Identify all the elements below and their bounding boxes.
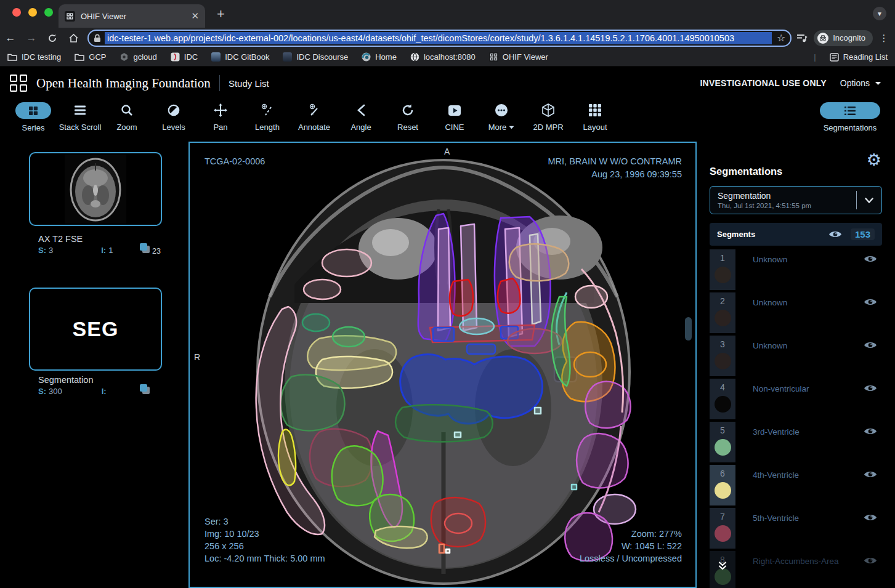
media-controls-icon[interactable] <box>796 33 808 43</box>
home-button[interactable] <box>63 33 84 43</box>
segment-color-swatch <box>715 310 731 326</box>
segment-label[interactable]: Unknown <box>753 341 787 350</box>
forward-button[interactable]: → <box>21 32 42 44</box>
segment-label[interactable]: Right-Accumbens-Area <box>753 557 839 566</box>
segment-visibility-eye-icon[interactable] <box>864 470 877 479</box>
study-list-link[interactable]: Study List <box>229 78 269 89</box>
segment-visibility-eye-icon[interactable] <box>864 513 877 522</box>
dicom-viewport[interactable]: TCGA-02-0006 MRI, BRAIN W W/O CONTRAMR A… <box>188 142 697 588</box>
segment-visibility-eye-icon[interactable] <box>864 340 877 350</box>
bookmark-idc-gitbook[interactable]: IDC GitBook <box>211 52 269 62</box>
new-tab-button[interactable]: + <box>217 7 225 21</box>
segment-visibility-eye-icon[interactable] <box>864 384 877 393</box>
segment-row-2[interactable]: 2 Unknown <box>710 292 882 333</box>
options-menu[interactable]: Options <box>840 78 881 88</box>
close-window-button[interactable] <box>12 8 21 17</box>
bookmark-idc[interactable]: IDC <box>171 52 198 62</box>
segment-visibility-eye-icon[interactable] <box>864 254 877 264</box>
tool-more[interactable]: More <box>479 100 524 132</box>
app-title[interactable]: Open Health Imaging Foundation <box>36 76 211 91</box>
cine-icon <box>448 102 461 118</box>
tab-title: OHIF Viewer <box>81 12 185 21</box>
bookmark-idc-testing[interactable]: IDC testing <box>7 52 61 62</box>
segment-visibility-eye-icon[interactable] <box>864 297 877 307</box>
ohif-logo-icon[interactable] <box>10 75 27 92</box>
scroll-more-chevrons-icon[interactable] <box>715 558 731 573</box>
tool-stack-scroll[interactable]: Stack Scroll <box>58 100 102 132</box>
maximize-window-button[interactable] <box>44 8 53 17</box>
mri-brain-image <box>190 143 695 587</box>
segment-label[interactable]: 3rd-Ventricle <box>753 427 800 437</box>
url-text[interactable]: idc-tester-1.web.app/projects/idc-extern… <box>105 32 772 44</box>
segment-row-1[interactable]: 1 Unknown <box>710 249 882 290</box>
segment-color-swatch <box>715 525 731 542</box>
series-thumbnail-ax-t2[interactable] <box>29 152 162 226</box>
back-button[interactable]: ← <box>0 32 21 44</box>
segmentation-settings-gear-icon[interactable]: ⚙ <box>867 152 881 169</box>
segment-row-3[interactable]: 3 Unknown <box>710 336 882 376</box>
minimize-window-button[interactable] <box>28 8 37 17</box>
layout-grid-icon <box>589 102 601 118</box>
segment-label[interactable]: Unknown <box>753 255 787 264</box>
segment-index-cell[interactable]: 1 <box>710 249 735 290</box>
reset-icon <box>401 102 415 118</box>
bookmark-star-icon[interactable]: ☆ <box>777 32 785 44</box>
segment-label[interactable]: 4th-Ventricle <box>753 470 799 480</box>
tool-angle[interactable]: Angle <box>339 100 383 132</box>
segments-list: 1 Unknown 2 Unknown 3 Unknown <box>710 249 882 588</box>
browser-tab[interactable]: OHIF Viewer ✕ <box>59 4 205 28</box>
segment-index-cell[interactable]: 5 <box>710 422 735 462</box>
segment-label[interactable]: 5th-Ventricle <box>753 513 799 523</box>
tool-reset[interactable]: Reset <box>386 100 430 132</box>
stack-scrollbar-thumb[interactable] <box>685 317 692 340</box>
bookmark-gcloud[interactable]: gcloud <box>119 52 156 62</box>
ohif-favicon <box>65 11 75 22</box>
bookmark-idc-discourse[interactable]: IDC Discourse <box>283 52 348 62</box>
segment-row-8[interactable]: 8 Right-Accumbens-Area <box>710 551 882 588</box>
segment-label[interactable]: Non-ventricular <box>753 384 809 393</box>
segment-index-cell[interactable]: 4 <box>710 379 735 419</box>
toggle-all-visibility-eye-icon[interactable] <box>828 230 842 239</box>
tool-annotate[interactable]: Annotate <box>292 100 336 132</box>
window-controls[interactable] <box>12 8 53 17</box>
segment-index-cell[interactable]: 3 <box>710 336 735 376</box>
segmentation-selector-dropdown[interactable]: Segmentation Thu, Jul 1st 2021, 4:51:55 … <box>710 186 882 214</box>
tool-pan[interactable]: Pan <box>198 100 243 132</box>
tool-cine[interactable]: CINE <box>432 100 477 132</box>
tool-layout[interactable]: Layout <box>573 100 617 132</box>
address-bar[interactable]: idc-tester-1.web.app/projects/idc-extern… <box>87 30 792 47</box>
browser-menu-icon[interactable]: ⋮ <box>879 33 889 44</box>
tab-close-icon[interactable]: ✕ <box>191 10 199 22</box>
bookmark-home[interactable]: Home <box>362 52 397 62</box>
reading-list-button[interactable]: Reading List <box>830 52 888 62</box>
tool-length[interactable]: Length <box>245 100 290 132</box>
segment-index-cell[interactable]: 7 <box>710 508 735 549</box>
reload-button[interactable] <box>42 33 63 43</box>
tool-series[interactable]: Series <box>11 100 55 132</box>
zoom-overlay: Zoom: 277% <box>631 528 682 540</box>
segment-row-4[interactable]: 4 Non-ventricular <box>710 379 882 419</box>
lock-icon[interactable] <box>94 34 101 42</box>
segmentations-toggle-button[interactable]: Segmentations <box>816 102 884 132</box>
chevron-down-icon[interactable] <box>857 198 881 203</box>
series-thumbnail-seg[interactable]: SEG <box>29 288 162 371</box>
tool-zoom[interactable]: Zoom <box>105 100 149 132</box>
bookmark-localhost[interactable]: localhost:8080 <box>410 52 476 62</box>
tool-2d-mpr[interactable]: 2D MPR <box>526 100 570 132</box>
segment-index-cell[interactable]: 6 <box>710 465 735 505</box>
tab-search-button[interactable]: ▼ <box>873 7 886 20</box>
segment-row-5[interactable]: 5 3rd-Ventricle <box>710 422 882 462</box>
segment-index-cell[interactable]: 2 <box>710 292 735 333</box>
ohif-header: Open Health Imaging Foundation Study Lis… <box>0 66 895 100</box>
ohif-toolbar: Series Stack Scroll Zoom Levels Pan Leng… <box>0 100 895 139</box>
segment-visibility-eye-icon[interactable] <box>864 427 877 436</box>
tool-levels[interactable]: Levels <box>152 100 196 132</box>
series-grid-icon <box>15 102 51 119</box>
segment-row-7[interactable]: 7 5th-Ventricle <box>710 508 882 549</box>
image-number-overlay: Img: 10 10/23 <box>205 528 259 540</box>
bookmark-gcp[interactable]: GCP <box>75 52 106 62</box>
segment-row-6[interactable]: 6 4th-Ventricle <box>710 465 882 505</box>
segment-visibility-eye-icon[interactable] <box>864 556 877 565</box>
segment-label[interactable]: Unknown <box>753 298 787 307</box>
bookmark-ohif-viewer[interactable]: OHIF Viewer <box>489 52 548 62</box>
